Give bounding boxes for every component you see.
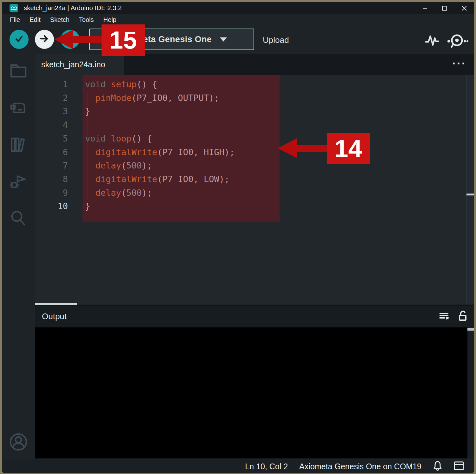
line-number: 10 xyxy=(35,200,68,213)
scroll-lock-button[interactable] xyxy=(458,311,468,323)
activity-sidebar xyxy=(2,54,35,459)
verify-button[interactable] xyxy=(10,30,29,49)
line-number: 9 xyxy=(35,186,68,200)
line-number: 7 xyxy=(35,159,68,173)
annotation-step-15: 15 xyxy=(102,24,145,56)
output-panel-header: Output xyxy=(35,305,474,327)
toggle-panel-icon[interactable] xyxy=(454,461,464,471)
output-console[interactable] xyxy=(35,327,467,458)
annotation-arrow-14-head xyxy=(278,138,297,158)
annotation-arrow-15-head xyxy=(54,30,73,49)
library-manager-icon xyxy=(9,136,28,155)
debug-panel-icon xyxy=(9,173,28,192)
sidebar-item-boards-manager[interactable] xyxy=(2,99,35,118)
window-title: sketch_jan24a | Arduino IDE 2.3.2 xyxy=(24,4,122,12)
line-number: 8 xyxy=(35,173,68,186)
minimize-button[interactable] xyxy=(415,2,435,14)
menu-bar: File Edit Sketch Tools Help xyxy=(2,14,474,25)
annotation-step-14: 14 xyxy=(327,133,370,164)
serial-monitor-button[interactable] xyxy=(446,34,468,49)
search-icon xyxy=(9,209,28,228)
console-scrollbar-thumb[interactable] xyxy=(467,328,474,331)
tab-label: sketch_jan24a.ino xyxy=(41,60,105,69)
sidebar-item-library-manager[interactable] xyxy=(2,136,35,155)
notifications-bell-icon[interactable] xyxy=(433,461,442,472)
annotation-arrow-15-shaft xyxy=(71,36,103,43)
arduino-ide-window: sketch_jan24a | Arduino IDE 2.3.2 File E… xyxy=(2,2,474,473)
chevron-down-icon xyxy=(220,37,227,42)
editor-overview-ruler[interactable] xyxy=(466,75,474,304)
line-number: 4 xyxy=(35,118,68,132)
check-icon xyxy=(13,33,25,46)
arrow-right-icon xyxy=(38,33,50,46)
code-editor[interactable]: 12345678910 void setup() { pinMode(P7_IO… xyxy=(35,75,474,304)
annotation-arrow-14-shaft xyxy=(295,145,328,152)
ruler-cursor-marker xyxy=(466,194,474,195)
serial-plotter-button[interactable] xyxy=(425,34,439,48)
board-connection-status[interactable]: Axiometa Genesis One on COM19 xyxy=(299,462,421,471)
line-number: 6 xyxy=(35,146,68,159)
upload-tooltip: Upload xyxy=(263,35,289,45)
tab-overflow-menu[interactable]: ··· xyxy=(452,57,466,70)
line-number: 1 xyxy=(35,78,68,91)
maximize-button[interactable] xyxy=(435,2,454,14)
output-panel-title: Output xyxy=(42,312,67,321)
account-icon xyxy=(9,432,28,453)
gutter: 12345678910 xyxy=(35,78,82,213)
menu-help[interactable]: Help xyxy=(99,16,121,23)
editor-tab-bar: sketch_jan24a.ino ··· xyxy=(35,54,474,75)
cursor-position[interactable]: Ln 10, Col 2 xyxy=(245,462,288,471)
clear-output-button[interactable] xyxy=(439,311,449,322)
line-number: 5 xyxy=(35,132,68,146)
line-number: 3 xyxy=(35,105,68,118)
sidebar-item-search[interactable] xyxy=(2,209,35,228)
console-scrollbar[interactable] xyxy=(467,327,474,458)
menu-tools[interactable]: Tools xyxy=(74,16,99,23)
title-bar: sketch_jan24a | Arduino IDE 2.3.2 xyxy=(2,2,474,14)
sidebar-item-sketchbook[interactable] xyxy=(2,62,35,81)
sidebar-item-debug[interactable] xyxy=(2,173,35,192)
boards-manager-icon xyxy=(9,99,28,118)
tab-sketch-ino[interactable]: sketch_jan24a.ino xyxy=(35,54,124,75)
close-button[interactable] xyxy=(454,2,474,14)
status-bar: Ln 10, Col 2 Axiometa Genesis One on COM… xyxy=(2,459,474,473)
serial-plotter-icon xyxy=(425,42,439,47)
menu-file[interactable]: File xyxy=(5,16,25,23)
sidebar-item-account[interactable] xyxy=(2,432,35,453)
serial-monitor-icon xyxy=(446,44,468,49)
line-number: 2 xyxy=(35,91,68,105)
annotation-code-highlight xyxy=(83,75,280,222)
arduino-logo-icon xyxy=(10,4,18,12)
menu-sketch[interactable]: Sketch xyxy=(45,16,74,23)
upload-button[interactable] xyxy=(35,30,54,49)
menu-edit[interactable]: Edit xyxy=(25,16,45,23)
editor-horizontal-scrollbar[interactable] xyxy=(35,303,77,305)
sketchbook-folder-icon xyxy=(9,62,28,81)
